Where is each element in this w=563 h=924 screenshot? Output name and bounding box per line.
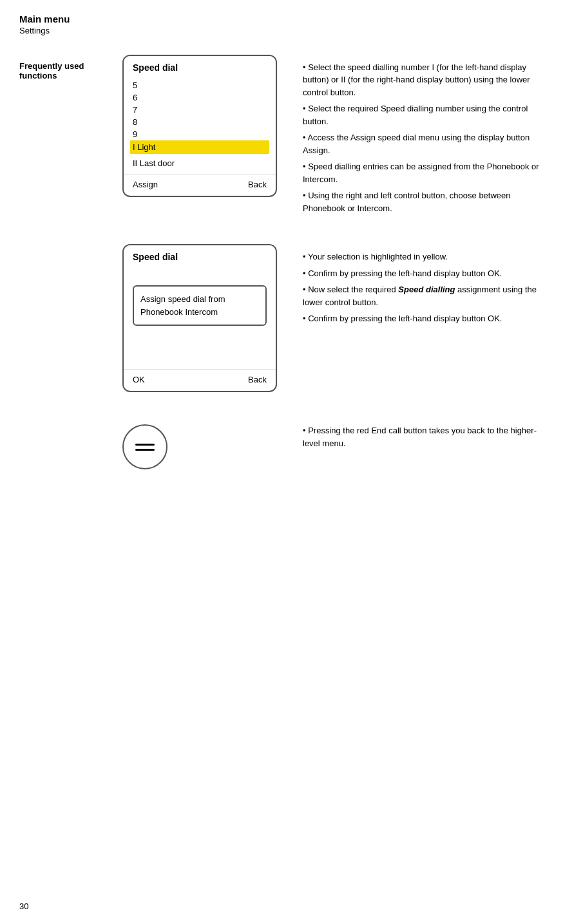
section3-description: • Pressing the red End call button takes… bbox=[290, 418, 544, 453]
page-title: Main menu bbox=[19, 13, 544, 26]
desc-line-5: • Using the right and left control butto… bbox=[303, 189, 544, 214]
desc-line-2: • Select the required Speed dialling num… bbox=[303, 102, 544, 127]
desc3-line-1: • Pressing the red End call button takes… bbox=[303, 424, 544, 449]
desc-line-1: • Select the speed dialling number I (fo… bbox=[303, 61, 544, 99]
desc2-line-1: • Your selection is highlighted in yello… bbox=[303, 250, 544, 263]
screen1-footer-back[interactable]: Back bbox=[248, 180, 267, 189]
screen2-footer-back[interactable]: Back bbox=[248, 375, 267, 384]
section1-description: • Select the speed dialling number I (fo… bbox=[290, 55, 544, 219]
end-call-button[interactable] bbox=[122, 424, 167, 469]
section2-description: • Your selection is highlighted in yello… bbox=[290, 244, 544, 329]
desc2-line-2: • Confirm by pressing the left-hand disp… bbox=[303, 267, 544, 280]
desc-line-3: • Access the Assign speed dial menu usin… bbox=[303, 131, 544, 156]
section-label: Frequently used functions bbox=[19, 55, 122, 80]
list-item: 5 bbox=[133, 79, 267, 91]
assign-box: Assign speed dial from Phonebook Interco… bbox=[133, 285, 267, 326]
desc2-line-4: • Confirm by pressing the left-hand disp… bbox=[303, 312, 544, 325]
list-item-highlighted: I Light bbox=[130, 140, 269, 154]
screen1-list: 5 6 7 8 9 I Light bbox=[124, 77, 276, 156]
screen2-title: Speed dial bbox=[124, 245, 276, 266]
screen1-title: Speed dial bbox=[124, 56, 276, 77]
screen1-footer-assign[interactable]: Assign bbox=[133, 180, 158, 189]
end-call-icon bbox=[135, 444, 155, 451]
screen1-sub-item: II Last door bbox=[124, 156, 276, 170]
list-item: 8 bbox=[133, 116, 267, 128]
assign-box-line1: Assign speed dial from bbox=[140, 293, 259, 306]
speed-dial-screen-1: Speed dial 5 6 7 8 9 I Light II Last doo… bbox=[122, 55, 277, 197]
page-number: 30 bbox=[19, 901, 28, 911]
speed-dial-screen-2: Speed dial Assign speed dial from Phoneb… bbox=[122, 244, 277, 392]
assign-box-line2: Phonebook Intercom bbox=[140, 306, 259, 319]
list-item: 9 bbox=[133, 128, 267, 140]
list-item: 6 bbox=[133, 91, 267, 104]
page-subtitle: Settings bbox=[19, 26, 544, 35]
list-item: 7 bbox=[133, 104, 267, 116]
desc-line-4: • Speed dialling entries can be assigned… bbox=[303, 160, 544, 185]
screen2-footer-ok[interactable]: OK bbox=[133, 375, 145, 384]
desc2-line-3: • Now select the required Speed dialling… bbox=[303, 283, 544, 308]
